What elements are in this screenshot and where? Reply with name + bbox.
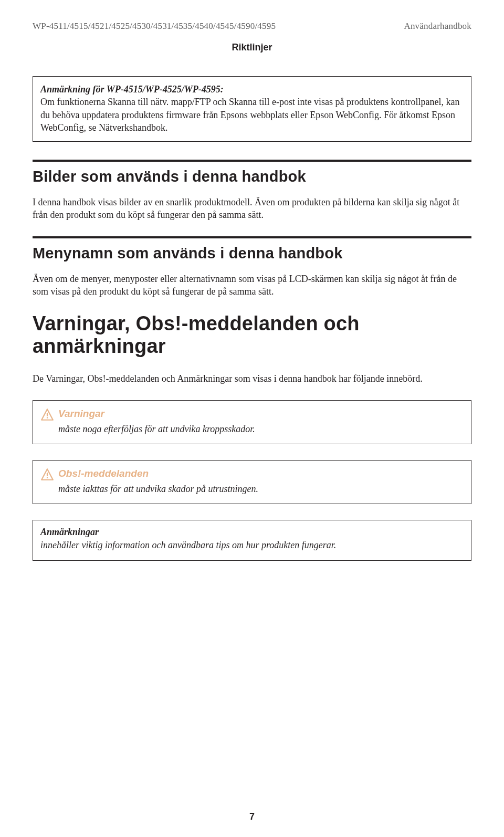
intro-note-box: Anmärkning för WP-4515/WP-4525/WP-4595: … <box>33 76 471 142</box>
warning-lead-obs: Obs!-meddelanden <box>58 467 149 481</box>
warning-icon <box>40 408 54 422</box>
svg-rect-0 <box>47 413 48 416</box>
warning-text-obs: måste iakttas för att undvika skador på … <box>40 483 464 495</box>
header-models: WP-4511/4515/4521/4525/4530/4531/4535/45… <box>33 21 404 32</box>
header-section: Riktlinjer <box>33 42 471 53</box>
intro-note-lead: Anmärkning för WP-4515/WP-4525/WP-4595: <box>40 83 464 96</box>
intro-note-body: Om funktionerna Skanna till nätv. mapp/F… <box>40 96 464 134</box>
section1-body: I denna handbok visas bilder av en snarl… <box>33 196 471 222</box>
section2-heading: Menynamn som används i denna handbok <box>33 245 471 262</box>
svg-rect-1 <box>47 417 48 418</box>
document-page: WP-4511/4515/4521/4525/4530/4531/4535/45… <box>0 0 504 561</box>
warning-text-varningar: måste noga efterföljas för att undvika k… <box>40 423 464 435</box>
warning-lead-varningar: Varningar <box>58 407 104 421</box>
rule-divider <box>33 160 471 162</box>
section2-body: Även om de menyer, menyposter eller alte… <box>33 273 471 298</box>
warning-lead-anmarkningar: Anmärkningar <box>40 527 464 538</box>
warnings-intro: De Varningar, Obs!-meddelanden och Anmär… <box>33 372 471 385</box>
svg-rect-3 <box>47 477 48 478</box>
running-header: WP-4511/4515/4521/4525/4530/4531/4535/45… <box>33 21 471 32</box>
section1-heading: Bilder som används i denna handbok <box>33 168 471 185</box>
warning-icon <box>40 468 54 482</box>
header-doctype: Användarhandbok <box>404 21 471 32</box>
warning-box-varningar: Varningar måste noga efterföljas för att… <box>33 400 471 444</box>
warnings-heading: Varningar, Obs!-meddelanden och anmärkni… <box>33 312 471 358</box>
warning-box-anmarkningar: Anmärkningar innehåller viktig informati… <box>33 520 471 560</box>
page-number: 7 <box>0 811 504 822</box>
rule-divider <box>33 236 471 238</box>
warning-text-anmarkningar: innehåller viktig information och använd… <box>40 539 464 551</box>
intro-note-lead-strong: Anmärkning för WP-4515/WP-4525/WP-4595: <box>40 84 224 95</box>
svg-rect-2 <box>47 473 48 476</box>
warning-lead-row: Varningar <box>40 407 464 422</box>
warning-lead-row: Obs!-meddelanden <box>40 467 464 482</box>
warning-box-obs: Obs!-meddelanden måste iakttas för att u… <box>33 460 471 504</box>
